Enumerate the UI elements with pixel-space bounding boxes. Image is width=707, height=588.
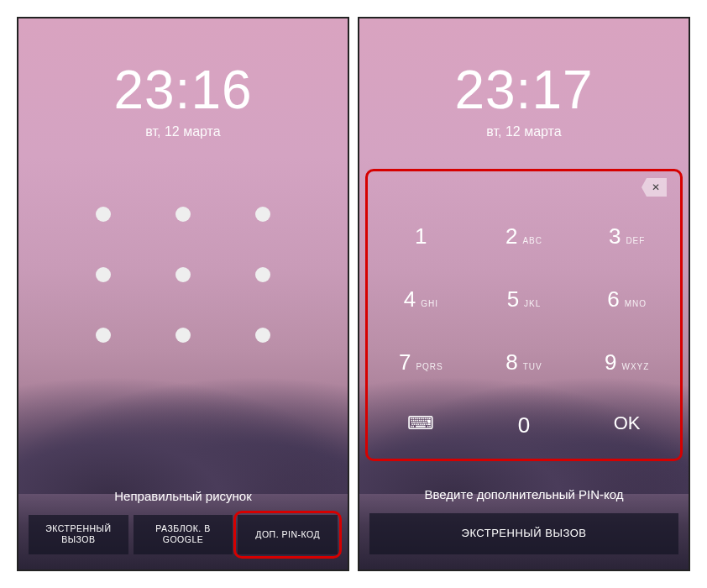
pattern-dot[interactable] [175, 328, 191, 343]
key-5[interactable]: 5JKL [473, 268, 576, 331]
emergency-call-button[interactable]: ЭКСТРЕННЫЙ ВЫЗОВ [29, 515, 128, 554]
error-message: Неправильный рисунок [29, 489, 338, 503]
pattern-dot[interactable] [175, 267, 191, 282]
ok-key[interactable]: OK [575, 394, 678, 457]
lockscreen-pattern: 23:16 вт, 12 марта Неправильный рисунок … [17, 17, 349, 571]
pattern-dot[interactable] [96, 328, 111, 343]
key-number: 9 [605, 349, 616, 375]
pattern-grid[interactable] [18, 207, 348, 343]
key-6[interactable]: 6MNO [575, 268, 678, 331]
key-letters: MNO [625, 299, 647, 308]
clock-time: 23:16 [18, 59, 348, 121]
key-1[interactable]: 1 [369, 205, 473, 268]
key-number: 3 [609, 223, 621, 249]
key-number: 0 [518, 412, 530, 438]
pattern-dot[interactable] [96, 207, 111, 222]
key-number: 2 [505, 223, 517, 249]
key-number: 4 [404, 286, 416, 312]
lockscreen-pin: 23:17 вт, 12 марта ✕ 12ABC3DEF4GHI5JKL6M… [358, 17, 690, 571]
pattern-dot[interactable] [96, 267, 111, 282]
key-letters: WXYZ [621, 362, 649, 371]
key-letters: JKL [524, 299, 541, 308]
key-letters: TUV [523, 362, 542, 371]
key-0[interactable]: 0 [473, 394, 576, 457]
button-row: ЭКСТРЕННЫЙ ВЫЗОВ РАЗБЛОК. В GOOGLE ДОП. … [29, 515, 338, 554]
keyboard-toggle-key[interactable]: ⌨ [369, 394, 473, 457]
pattern-dot[interactable] [175, 207, 191, 222]
unlock-google-button[interactable]: РАЗБЛОК. В GOOGLE [134, 515, 233, 554]
key-3[interactable]: 3DEF [575, 205, 678, 268]
pin-keypad-panel: ✕ 12ABC3DEF4GHI5JKL6MNO7PQRS8TUV9WXYZ⌨0O… [369, 173, 678, 457]
key-number: 6 [607, 286, 619, 312]
pattern-dot[interactable] [255, 267, 270, 282]
backup-pin-button[interactable]: ДОП. PIN-КОД [238, 515, 338, 554]
key-9[interactable]: 9WXYZ [575, 331, 678, 394]
backspace-icon[interactable]: ✕ [642, 178, 667, 197]
pattern-dot[interactable] [255, 328, 270, 343]
key-4[interactable]: 4GHI [369, 268, 473, 331]
numeric-keypad: 12ABC3DEF4GHI5JKL6MNO7PQRS8TUV9WXYZ⌨0OK [369, 205, 678, 457]
key-letters: PQRS [416, 362, 443, 371]
key-8[interactable]: 8TUV [473, 331, 576, 394]
prompt-message: Введите дополнительный PIN-код [369, 487, 678, 501]
pin-display: ✕ [369, 173, 678, 205]
clock-date: вт, 12 марта [359, 124, 689, 139]
keyboard-icon: ⌨ [407, 412, 434, 434]
key-number: 7 [399, 349, 411, 375]
key-letters: DEF [626, 236, 645, 245]
clock-time: 23:17 [359, 59, 689, 121]
key-number: 5 [507, 286, 519, 312]
pattern-dot[interactable] [255, 207, 270, 222]
key-7[interactable]: 7PQRS [369, 331, 473, 394]
emergency-call-button[interactable]: ЭКСТРЕННЫЙ ВЫЗОВ [369, 513, 678, 554]
key-number: 1 [415, 223, 427, 249]
key-2[interactable]: 2ABC [473, 205, 576, 268]
clock-date: вт, 12 марта [18, 124, 348, 139]
key-number: 8 [505, 349, 517, 375]
ok-label: OK [614, 412, 641, 434]
key-letters: ABC [522, 236, 542, 245]
key-letters: GHI [421, 299, 438, 308]
